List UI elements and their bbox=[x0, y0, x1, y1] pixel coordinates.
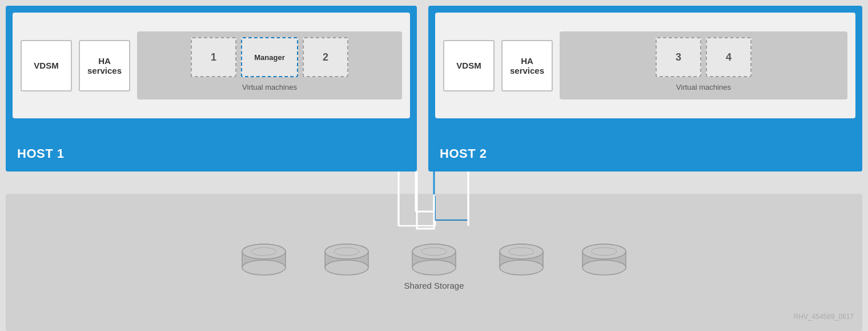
shared-storage-label: Shared Storage bbox=[404, 281, 464, 290]
svg-point-8 bbox=[325, 244, 368, 259]
storage-disks-row: Shared Storage bbox=[238, 234, 629, 290]
host2-box: VDSM HAservices 3 4 Virtual machines HOS bbox=[428, 6, 862, 172]
host1-vm2: 2 bbox=[303, 37, 348, 77]
svg-point-7 bbox=[325, 260, 368, 275]
host1-vm1: 1 bbox=[191, 37, 236, 77]
diagram: VDSM HAservices 1 Manager 2 bbox=[0, 0, 868, 331]
host1-vm-label: Virtual machines bbox=[242, 83, 297, 91]
disk4 bbox=[496, 240, 547, 277]
host2-inner: VDSM HAservices 3 4 Virtual machines bbox=[435, 13, 855, 118]
disk2-icon bbox=[321, 240, 372, 277]
disk4-icon bbox=[496, 240, 547, 277]
host1-vdsm: VDSM bbox=[21, 40, 72, 91]
host2-vdsm: VDSM bbox=[443, 40, 495, 91]
host2-vm3: 3 bbox=[656, 37, 701, 77]
svg-point-18 bbox=[500, 244, 543, 259]
host1-box: VDSM HAservices 1 Manager 2 bbox=[6, 6, 417, 172]
svg-point-12 bbox=[412, 260, 456, 275]
svg-point-22 bbox=[582, 260, 626, 275]
host2-ha-services: HAservices bbox=[501, 40, 553, 91]
disk1-icon bbox=[238, 240, 290, 277]
host2-vm-label: Virtual machines bbox=[676, 83, 731, 91]
host1-ha-services: HAservices bbox=[79, 40, 130, 91]
svg-point-13 bbox=[412, 244, 456, 259]
host1-label: HOST 1 bbox=[17, 146, 64, 161]
disk2 bbox=[321, 240, 372, 277]
svg-point-2 bbox=[242, 260, 286, 275]
host1-inner: VDSM HAservices 1 Manager 2 bbox=[13, 13, 410, 118]
watermark: RHV_454569_0817 bbox=[794, 313, 854, 321]
host1-vm-group: 1 Manager 2 Virtual machines bbox=[137, 31, 402, 99]
svg-point-3 bbox=[242, 244, 286, 259]
host2-vm-group: 3 4 Virtual machines bbox=[560, 31, 847, 99]
storage-section: Shared Storage bbox=[6, 194, 862, 331]
host2-vm-boxes: 3 4 bbox=[656, 37, 752, 77]
host2-label: HOST 2 bbox=[440, 146, 487, 161]
disk5 bbox=[578, 240, 630, 277]
disk3-icon bbox=[408, 240, 460, 277]
host2-vm4: 4 bbox=[706, 37, 752, 77]
disk5-icon bbox=[578, 240, 630, 277]
disk3-shared: Shared Storage bbox=[404, 240, 464, 290]
svg-point-17 bbox=[500, 260, 543, 275]
disk1 bbox=[238, 240, 290, 277]
host1-vm-manager: Manager bbox=[241, 37, 298, 77]
host1-vm-boxes: 1 Manager 2 bbox=[191, 37, 348, 77]
svg-point-23 bbox=[582, 244, 626, 259]
